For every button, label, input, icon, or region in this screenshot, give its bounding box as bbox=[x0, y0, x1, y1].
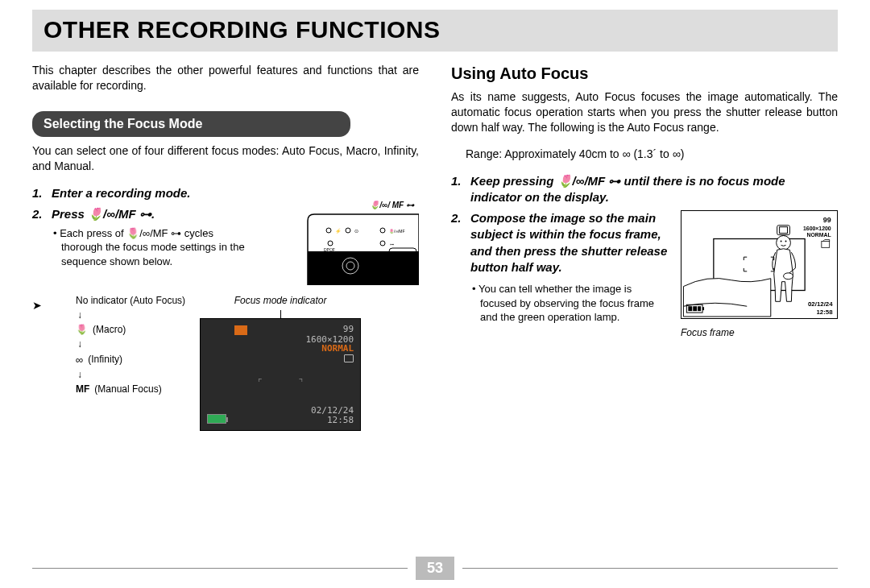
svg-point-22 bbox=[785, 241, 787, 242]
page-number: 53 bbox=[416, 557, 454, 580]
svg-rect-18 bbox=[822, 241, 830, 247]
svg-rect-30 bbox=[698, 306, 701, 311]
camera-back-diagram: 🌷/∞/ MF ⊶ ⚡ ⊙ 🌷/∞/MF bbox=[306, 200, 419, 288]
right-step-1: Keep pressing 🌷/∞/MF ⊶ until there is no… bbox=[451, 173, 838, 206]
left-step2-bullet: Each press of 🌷/∞/MF ⊶ cycles thorough t… bbox=[52, 226, 245, 269]
svg-point-25 bbox=[784, 273, 793, 280]
lcd-caption: Focus mode indicator bbox=[200, 294, 361, 307]
camera-button-label: 🌷/∞/ MF ⊶ bbox=[306, 200, 419, 211]
right-step2-bullet: You can tell whether the image is focuse… bbox=[470, 282, 669, 325]
svg-text:02/12/24: 02/12/24 bbox=[808, 300, 833, 308]
svg-rect-27 bbox=[702, 307, 704, 310]
right-column: Using Auto Focus As its name suggests, A… bbox=[451, 63, 838, 436]
left-step2-suffix: . bbox=[151, 207, 155, 221]
focus-marks: ⌜ ⌝ bbox=[257, 375, 318, 388]
svg-rect-28 bbox=[688, 306, 692, 311]
macro-icon: 🌷 bbox=[76, 321, 88, 339]
left-step-1: Enter a recording mode. bbox=[32, 185, 419, 201]
svg-point-21 bbox=[781, 241, 782, 242]
lcd-quality: NORMAL bbox=[321, 343, 354, 355]
svg-text:99: 99 bbox=[823, 216, 831, 224]
svg-text:🌷/∞/MF: 🌷/∞/MF bbox=[389, 229, 405, 234]
focus-mode-desc: You can select one of four different foc… bbox=[32, 143, 419, 174]
arrow-down-icon: ↓ bbox=[76, 338, 185, 350]
right-step-2: Compose the image so the main subject is… bbox=[451, 210, 838, 339]
svg-text:12:58: 12:58 bbox=[816, 308, 833, 316]
auto-focus-range: Range: Approximately 40cm to ∞ (1.3´ to … bbox=[466, 147, 838, 162]
battery-icon bbox=[207, 414, 226, 424]
svg-text:⚡: ⚡ bbox=[335, 228, 342, 234]
lcd-time: 12:58 bbox=[311, 416, 354, 425]
page-title: OTHER RECORDING FUNCTIONS bbox=[44, 16, 826, 43]
page-footer: 53 bbox=[0, 557, 870, 580]
svg-rect-29 bbox=[693, 306, 697, 311]
mf-icon: MF bbox=[76, 381, 89, 399]
left-step2-prefix: Press bbox=[52, 207, 88, 221]
left-step1-label: Enter a recording mode. bbox=[52, 186, 191, 200]
infinity-icon: ∞ bbox=[76, 350, 83, 369]
auto-focus-heading: Using Auto Focus bbox=[451, 63, 838, 85]
svg-point-20 bbox=[777, 236, 791, 251]
focus-mode-button-icon: 🌷/∞/MF ⊶ bbox=[557, 174, 621, 188]
viewfinder-diagram: 99 1600×1200 NORMAL bbox=[681, 210, 838, 339]
right-step2-label: Compose the image so the main subject is… bbox=[470, 210, 669, 275]
left-column: This chapter describes the other powerfu… bbox=[32, 63, 419, 436]
page-title-bar: OTHER RECORDING FUNCTIONS bbox=[32, 10, 838, 52]
focus-mode-button-icon: 🌷/∞/MF ⊶ bbox=[88, 207, 151, 221]
svg-text:1600×1200: 1600×1200 bbox=[803, 226, 831, 231]
arrow-down-icon: ↓ bbox=[76, 369, 185, 380]
svg-text:⊶: ⊶ bbox=[390, 242, 394, 246]
arrow-down-icon: ↓ bbox=[76, 309, 185, 321]
focus-indicator-icon bbox=[234, 325, 247, 335]
viewfinder-caption: Focus frame bbox=[681, 326, 838, 339]
section-heading-focus-mode: Selecting the Focus Mode bbox=[32, 111, 350, 138]
svg-text:DPOF: DPOF bbox=[324, 247, 335, 252]
arrow-right-icon: ➤ bbox=[32, 296, 42, 316]
card-icon bbox=[344, 354, 354, 362]
left-step-2: Press 🌷/∞/MF ⊶. Each press of 🌷/∞/MF ⊶ c… bbox=[32, 206, 419, 431]
svg-text:NORMAL: NORMAL bbox=[806, 233, 831, 238]
auto-focus-desc: As its name suggests, Auto Focus focuses… bbox=[451, 89, 838, 135]
chapter-intro: This chapter describes the other powerfu… bbox=[32, 63, 419, 93]
svg-text:PREVIEW: PREVIEW bbox=[393, 251, 416, 255]
svg-text:⊙: ⊙ bbox=[354, 229, 358, 234]
lcd-preview: Focus mode indicator 99 1600×1200 NORMAL bbox=[200, 294, 361, 431]
focus-cycle-list: ➤ No indicator (Auto Focus) ↓ 🌷 (Macro) … bbox=[52, 292, 185, 398]
lcd-counter: 99 bbox=[305, 324, 354, 334]
